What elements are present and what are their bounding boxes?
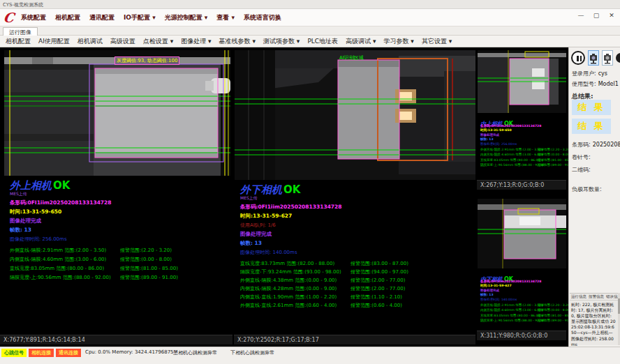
middle-frames: 帧数: 13: [240, 240, 471, 247]
measurement-row: 内侧直线-隔膜:4.60mm 范围:(3.00 - 6.00) 报警范围:(0.…: [10, 256, 240, 265]
model-value[interactable]: Model1: [598, 81, 619, 87]
toolbar-item[interactable]: AI使用配置: [38, 37, 70, 46]
login-user-value: cys: [598, 70, 607, 77]
camera-selected-icon[interactable]: [588, 50, 599, 66]
middle-pixel-coords: X:270;Y:2502;R:17;G:17;B:17: [234, 335, 475, 344]
right-top-camera-image: [478, 50, 566, 113]
left-camera-title: 外上相机: [10, 179, 52, 192]
needle-number-label: 卷针号:: [572, 153, 591, 161]
alarm-range: 报警范围:(2.20 - 3.20): [120, 247, 172, 254]
app-window: CYS-视觉检测系统 C 系统配置相机配置通讯配置IO手配置 ▾光源控制配置 ▾…: [0, 0, 620, 364]
camera-icon[interactable]: [602, 50, 613, 66]
right-top-camera-viewport[interactable]: [478, 50, 566, 113]
measurement-row: 隔膜宽度-上:90.56mm 范围:(88.00 - 92.00) 报警范围:(…: [10, 274, 240, 283]
result-box-1: 结 果: [572, 100, 611, 115]
main-area: 灰度阈值:93, 动态阈值:100 外上相机OK MES上传 条形码:0FI1i…: [0, 47, 620, 347]
comm-connection-badge: 通讯连接: [56, 349, 81, 357]
tab-run-image[interactable]: 运行图像: [3, 27, 38, 36]
measurement-value: 直线宽度:83.05mm 范围:(80.00 - 86.00): [480, 158, 541, 162]
minimize-icon[interactable]: —: [577, 12, 585, 19]
menu-item[interactable]: IO手配置 ▾: [124, 13, 156, 22]
measurement-value: 外侧直线-隔膜:4.38mm 范围:(0.00 - 9.00): [240, 278, 337, 283]
middle-camera-title-line: 外下相机OK: [240, 183, 471, 195]
app-logo-icon: C: [2, 10, 15, 25]
info-tab[interactable]: 报警信息: [589, 294, 604, 299]
right-top-frames: 帧数: 13: [480, 137, 569, 141]
info-tab[interactable]: 运行信息: [571, 294, 586, 299]
sidebar-barcode-value: 20250208: [593, 142, 620, 148]
toolbar-item[interactable]: 测试项参数 ▾: [263, 37, 300, 46]
middle-camera-viewport[interactable]: AI识别区域: [235, 50, 475, 180]
measurement-row: 外侧直线-隔膜:2.91mm 范围:(2.00 - 3.50) 报警范围:(2.…: [480, 303, 569, 309]
left-camera-image: [4, 50, 230, 176]
sidebar-icon-row: [571, 50, 620, 66]
alarm-range: 报警范围:(2.00 - 77.00): [350, 277, 405, 284]
right-top-process-time: 图像处理时间: 256.00ms: [480, 142, 569, 146]
toolbar-item[interactable]: 高级调试 ▾: [346, 37, 376, 46]
close-icon[interactable]: ✕: [607, 12, 616, 19]
right-top-camera-title-line: 内上相机OK: [480, 115, 569, 123]
alarm-range: 报警范围:(2.20 - 3.20): [538, 148, 571, 151]
toolbar-item[interactable]: PLC地址表: [307, 37, 338, 46]
info-panel: 运行信息报警信息错误信息 耗时: 222, 极片检测耗时: 17, 极片分离耗时…: [570, 293, 618, 345]
measurement-value: 外侧直线-直线:2.61mm 范围:(0.60 - 4.00): [240, 303, 337, 308]
toolbar-item[interactable]: 点检设置 ▾: [143, 37, 173, 46]
menu-items: 系统配置相机配置通讯配置IO手配置 ▾光源控制配置 ▾查看 ▾系统语言切换: [21, 13, 281, 22]
record-icon[interactable]: [616, 53, 620, 63]
middle-ai-queue: 使用AI队列: 1/6: [240, 222, 471, 229]
maximize-icon[interactable]: ▢: [592, 12, 600, 19]
alarm-range: 报警范围:(94.00 - 97.00): [350, 268, 408, 275]
middle-process-done: 图像处理完成: [240, 231, 471, 238]
measurement-row: 外侧直线-直线:2.61mm 范围:(0.60 - 4.00) 报警范围:(0.…: [240, 302, 471, 310]
right-top-process-done: 图像处理完成: [480, 133, 569, 137]
right-bottom-camera-title-line: 内下相机OK: [480, 271, 569, 278]
menu-item[interactable]: 通讯配置: [89, 13, 115, 22]
threshold-overlay-label: 灰度阈值:93, 动态阈值:100: [115, 56, 179, 65]
middle-time: 时间:13-31-59-627: [240, 213, 471, 220]
info-tabs: 运行信息报警信息错误信息: [570, 294, 618, 301]
measurement-row: 内侧直线-隔膜:4.28mm 范围:(0.00 - 9.00) 报警范围:(2.…: [240, 285, 471, 294]
menu-item[interactable]: 系统语言切换: [244, 13, 281, 22]
toolbar-item[interactable]: 其它设置 ▾: [422, 37, 452, 46]
right-bottom-time: 时间:13-31-59-627: [480, 284, 569, 287]
middle-process-time: 图像处理时间: 140.00ms: [240, 249, 471, 256]
alarm-range: 报警范围:(0.00 - 8.00): [538, 153, 571, 156]
pause-icon[interactable]: [571, 51, 585, 65]
menu-item[interactable]: 相机配置: [55, 13, 80, 22]
alarm-range: 报警范围:(0.60 - 4.00): [350, 302, 402, 309]
toolbar-item[interactable]: 图像处理 ▾: [181, 37, 211, 46]
menu-item[interactable]: 光源控制配置 ▾: [165, 13, 208, 22]
qrcode-label: 二维码:: [572, 166, 591, 174]
measurement-value: 内侧直线-隔膜:4.60mm 范围:(3.00 - 6.00): [480, 153, 542, 156]
toolbar: 相机配置AI使用配置相机调试高级设置点检设置 ▾图像处理 ▾基准线参数 ▾测试项…: [0, 36, 620, 47]
toolbar-item[interactable]: 学习参数 ▾: [384, 37, 414, 46]
left-pixel-coords: X:7677;Y:891;R:14;G:14;B:14: [0, 335, 232, 344]
right-top-barcode: 条形码:0FI1iim20250208133134728: [480, 124, 569, 128]
titlebar: CYS-视觉检测系统: [0, 0, 620, 9]
left-subtitle: MES上传: [10, 191, 240, 197]
middle-camera-image: [235, 50, 475, 180]
right-top-result-block: 内上相机OK 条形码:0FI1iim20250208133134728 时间:1…: [480, 115, 569, 169]
right-bottom-process-time: 图像处理时间: 140.00ms: [480, 298, 569, 301]
menu-item[interactable]: 查看 ▾: [216, 13, 235, 22]
left-frames: 帧数: 13: [10, 227, 240, 234]
middle-barcode: 条形码:0FI1iim20250208133134728: [240, 204, 471, 211]
left-camera-viewport[interactable]: 灰度阈值:93, 动态阈值:100: [4, 50, 230, 176]
right-bottom-measurements: 外侧直线-隔膜:2.91mm 范围:(2.00 - 3.50) 报警范围:(2.…: [480, 303, 569, 324]
model-row: 使用型号:Model1: [572, 80, 619, 88]
menu-item[interactable]: 系统配置: [21, 13, 46, 22]
status-bar: 心跳信号 相机连接 通讯连接 Cpu: 0.0% Memory: 3424.41…: [0, 347, 620, 364]
lower-camera-warning: 下相机心跳检测异常: [230, 349, 274, 356]
alarm-range: 报警范围:(1.10 - 2.10): [350, 294, 402, 301]
result-box-2: 结 果: [572, 119, 611, 134]
alarm-range: 报警范围:(2.00 - 77.00): [350, 285, 405, 292]
toolbar-item[interactable]: 基准线参数 ▾: [219, 37, 256, 46]
toolbar-item[interactable]: 相机调试: [78, 37, 103, 46]
left-process-done: 图像处理完成: [10, 218, 240, 225]
toolbar-item[interactable]: 高级设置: [110, 37, 135, 46]
toolbar-item[interactable]: 相机配置: [6, 37, 31, 46]
right-bottom-camera-viewport[interactable]: [478, 199, 566, 268]
menu-bar: C 系统配置相机配置通讯配置IO手配置 ▾光源控制配置 ▾查看 ▾系统语言切换 …: [0, 9, 620, 26]
right-top-time: 时间:13-31-59-650: [480, 128, 569, 132]
measurement-value: 隔膜宽度-上:90.56mm 范围:(88.00 - 92.00): [480, 163, 545, 167]
